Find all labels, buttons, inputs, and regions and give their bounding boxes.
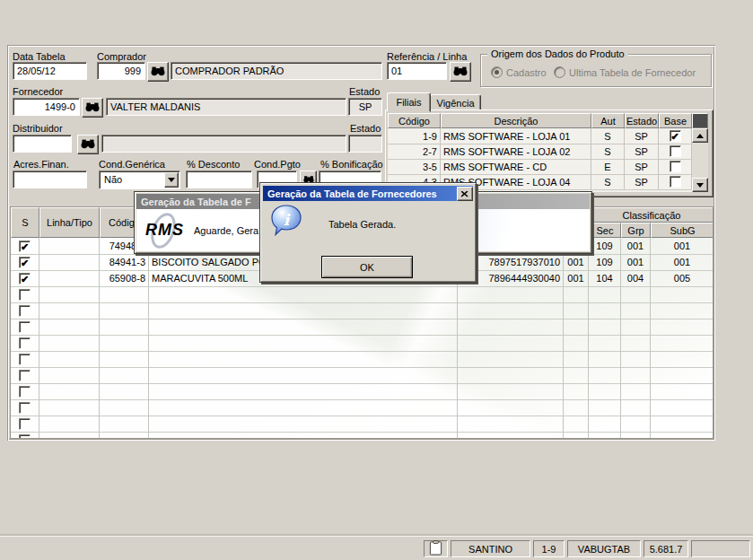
subg-cell <box>651 302 714 319</box>
referencia-search-button[interactable] <box>450 62 471 82</box>
dialog-titlebar[interactable]: Geração da Tabela de Fornecedores <box>263 186 473 201</box>
distribuidor-name-field <box>101 135 346 153</box>
base-checkbox[interactable] <box>670 145 681 157</box>
s-cell: ✔ <box>11 238 39 254</box>
row-checkbox[interactable] <box>19 386 31 398</box>
filial-base-cell <box>659 144 692 159</box>
table-row[interactable]: 2-7 RMS SOFTWARE - LOJA 02 S SP <box>388 144 692 160</box>
linha-tipo-cell <box>39 286 100 302</box>
table-row[interactable] <box>11 302 714 319</box>
referencia-label: Referência / Linha <box>387 51 467 62</box>
filiais-header-aut: Aut <box>591 113 625 128</box>
descricao-cell <box>149 416 458 432</box>
row-checkbox[interactable] <box>19 418 31 430</box>
status-bar: SANTINO 1-9 VABUGTAB 5.681.7 <box>0 536 753 560</box>
desconto-field[interactable] <box>186 171 252 188</box>
table-row[interactable] <box>11 367 714 384</box>
sec-cell <box>589 367 621 383</box>
emb-cell <box>564 399 589 416</box>
descricao-cell <box>149 383 458 399</box>
row-checkbox[interactable]: ✔ <box>19 241 31 252</box>
table-row[interactable]: 3-5 RMS SOFTWARE - CD E SP <box>388 159 692 175</box>
grid-header-linha-tipo: Linha/Tipo <box>39 207 100 238</box>
row-checkbox[interactable]: ✔ <box>19 273 31 284</box>
s-cell <box>11 335 39 351</box>
arrow-down-icon <box>696 183 704 188</box>
comprador-code-field[interactable]: 999 <box>97 62 145 80</box>
subg-cell <box>651 432 714 439</box>
sec-cell <box>589 416 621 432</box>
comprador-search-button[interactable] <box>147 62 169 82</box>
statusbar-store: 1-9 <box>542 544 556 555</box>
ok-button[interactable]: OK <box>321 256 413 278</box>
referencia-field[interactable]: 01 <box>387 62 447 80</box>
row-checkbox[interactable] <box>19 402 31 414</box>
table-row[interactable] <box>11 399 714 416</box>
dialog-close-button[interactable] <box>457 187 473 201</box>
scroll-up-button[interactable] <box>692 128 708 143</box>
s-cell <box>11 302 39 319</box>
sec-cell: 104 <box>589 270 621 286</box>
cond-pgto-label: Cond.Pgto <box>254 159 301 170</box>
app-window: Data Tabela 28/05/12 Comprador 999 COMPR… <box>0 0 753 560</box>
s-cell <box>11 351 39 367</box>
sec-cell: 109 <box>589 254 621 270</box>
table-row[interactable] <box>11 416 714 433</box>
filial-estado: SP <box>625 159 659 174</box>
scroll-down-button[interactable] <box>692 178 708 192</box>
row-checkbox[interactable] <box>19 337 31 349</box>
filial-estado: SP <box>625 174 659 189</box>
linha-tipo-cell <box>39 367 100 383</box>
table-row[interactable] <box>11 335 714 352</box>
row-checkbox[interactable] <box>19 434 31 440</box>
row-checkbox[interactable] <box>19 321 31 333</box>
table-row[interactable] <box>11 432 714 439</box>
table-row[interactable] <box>11 351 714 368</box>
filial-descricao: RMS SOFTWARE - LOJA 01 <box>441 128 591 144</box>
descricao-cell <box>149 399 458 416</box>
table-row[interactable] <box>11 286 714 303</box>
fornecedor-code-field[interactable]: 1499-0 <box>13 98 80 116</box>
statusbar-icon-panel <box>424 540 448 557</box>
fornecedor-search-button[interactable] <box>82 98 103 118</box>
dialog-title: Geração da Tabela de Fornecedores <box>267 188 437 199</box>
acres-finan-field[interactable] <box>13 171 87 188</box>
s-cell <box>11 416 39 432</box>
barcode-cell <box>458 416 564 432</box>
barcode-cell <box>458 383 564 399</box>
barcode-cell <box>458 351 564 367</box>
row-checkbox[interactable] <box>19 354 31 365</box>
radio-cadastro-label: Cadastro <box>506 67 547 78</box>
filial-aut: S <box>591 174 625 189</box>
base-checkbox[interactable] <box>670 176 681 188</box>
row-checkbox[interactable] <box>19 305 31 317</box>
filiais-header-descricao: Descrição <box>441 113 591 128</box>
row-checkbox[interactable] <box>19 370 31 381</box>
base-checkbox[interactable]: ✔ <box>670 130 681 142</box>
cond-generica-dropdown-button[interactable] <box>164 172 179 188</box>
data-tabela-field[interactable]: 28/05/12 <box>13 62 87 80</box>
distribuidor-search-button[interactable] <box>77 135 99 154</box>
descricao-cell <box>149 335 458 351</box>
filial-estado: SP <box>625 128 659 144</box>
binoculars-icon <box>151 66 165 78</box>
statusbar-user: SANTINO <box>468 544 512 555</box>
row-checkbox[interactable]: ✔ <box>19 257 31 268</box>
sec-cell <box>589 302 621 319</box>
table-row[interactable] <box>11 319 714 336</box>
linha-tipo-cell <box>39 270 100 286</box>
linha-tipo-cell <box>39 416 100 432</box>
filial-descricao: RMS SOFTWARE - CD <box>441 159 591 174</box>
rms-logo: RMS <box>145 221 184 240</box>
row-checkbox[interactable] <box>19 289 31 301</box>
table-row[interactable]: 1-9 RMS SOFTWARE - LOJA 01 S SP ✔ <box>388 128 692 144</box>
filial-estado: SP <box>625 144 659 159</box>
linha-tipo-cell <box>39 319 100 335</box>
table-row[interactable] <box>11 383 714 400</box>
distribuidor-code-field[interactable] <box>13 135 72 153</box>
distribuidor-label: Distribuidor <box>13 123 63 134</box>
codigo-cell <box>100 319 149 335</box>
tab-filiais[interactable]: Filiais <box>387 92 431 112</box>
base-checkbox[interactable] <box>670 161 681 172</box>
filial-aut: S <box>591 144 625 159</box>
